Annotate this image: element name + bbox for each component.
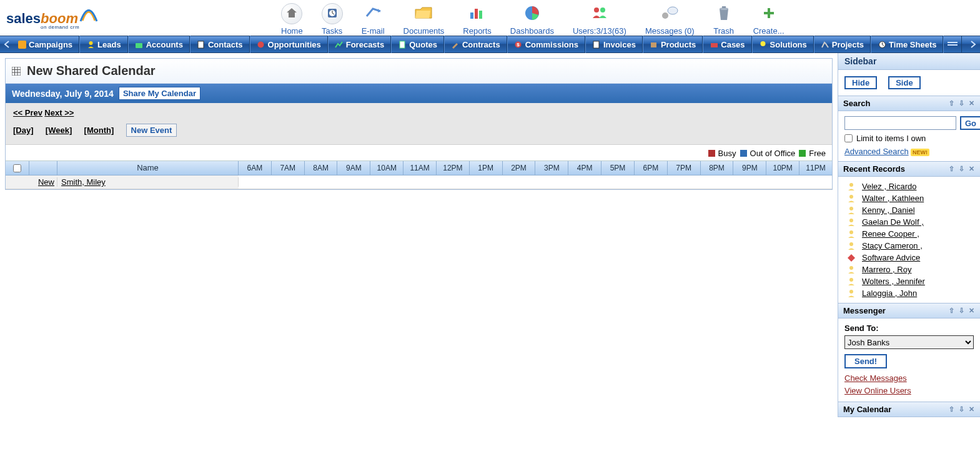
- nav-scroll-right[interactable]: [969, 38, 978, 51]
- hour-header-cell: 9AM: [337, 161, 370, 175]
- hour-header-cell: 11AM: [403, 161, 437, 175]
- svg-rect-4: [479, 11, 482, 19]
- go-button[interactable]: Go: [960, 116, 980, 130]
- nav-scroll-left[interactable]: [2, 38, 11, 51]
- messages-icon: [660, 6, 679, 22]
- nav-solutions[interactable]: Solutions: [752, 36, 814, 53]
- nav-campaigns[interactable]: Campaigns: [11, 36, 79, 53]
- recent-record-link[interactable]: Marrero , Roy: [862, 265, 911, 274]
- calendar-grid: Name 6AM7AM8AM9AM10AM11AM12PM1PM2PM3PM4P…: [6, 160, 832, 189]
- row-hours[interactable]: [239, 175, 832, 189]
- view-week[interactable]: [Week]: [46, 126, 72, 135]
- topnav-tasks[interactable]: Tasks: [322, 3, 343, 36]
- svg-point-41: [849, 278, 853, 282]
- nav-accounts[interactable]: Accounts: [128, 36, 190, 53]
- nav-invoices[interactable]: Invoices: [585, 36, 643, 53]
- recent-record-link[interactable]: Stacy Cameron ,: [862, 241, 923, 250]
- svg-rect-23: [651, 42, 656, 47]
- move-up-icon[interactable]: ⇧: [948, 406, 955, 413]
- advanced-search-link[interactable]: Advanced Search: [844, 147, 909, 156]
- nav-opportunities[interactable]: Opportunities: [250, 36, 328, 53]
- close-icon[interactable]: ✕: [968, 100, 975, 107]
- move-down-icon[interactable]: ⇩: [958, 100, 965, 107]
- new-event-button[interactable]: New Event: [126, 124, 177, 137]
- campaigns-icon: [17, 40, 26, 49]
- recent-record-link[interactable]: Wolters , Jennifer: [862, 277, 925, 286]
- quotes-icon: [398, 40, 407, 49]
- recent-record-link[interactable]: Kenny , Daniel: [862, 205, 915, 215]
- users-icon: [591, 6, 608, 22]
- row-action-cell: New: [29, 177, 57, 187]
- move-down-icon[interactable]: ⇩: [958, 406, 965, 413]
- new-row-link[interactable]: New: [38, 177, 54, 187]
- person-icon: [847, 242, 856, 250]
- search-section-header: Search ⇧⇩✕: [838, 96, 980, 111]
- calendar-toolbar: << Prev Next >> [Day] [Week] [Month] New…: [6, 103, 832, 145]
- svg-rect-11: [722, 6, 726, 8]
- limit-checkbox[interactable]: [844, 134, 853, 142]
- nav-quotes[interactable]: Quotes: [391, 36, 444, 53]
- select-all-checkbox[interactable]: [13, 164, 21, 172]
- recent-record-link[interactable]: Software Advice: [862, 253, 920, 262]
- person-icon: [847, 230, 856, 239]
- hour-header-cell: 4PM: [568, 161, 601, 175]
- nav-timesheets[interactable]: Time Sheets: [871, 36, 943, 53]
- nav-contracts[interactable]: Contracts: [444, 36, 507, 53]
- prev-link[interactable]: << Prev: [13, 108, 42, 117]
- logo[interactable]: salesboom on demand crm: [6, 3, 119, 30]
- recent-record-item: Laloggia , John: [841, 287, 978, 299]
- main-navbar: Campaigns Leads Accounts Contacts Opport…: [0, 36, 980, 53]
- topnav-home[interactable]: Home: [281, 3, 303, 36]
- view-month[interactable]: [Month]: [84, 126, 114, 135]
- hide-button[interactable]: Hide: [844, 76, 877, 89]
- nav-contacts[interactable]: Contacts: [190, 36, 250, 53]
- view-day[interactable]: [Day]: [13, 126, 34, 135]
- recent-record-item: Wolters , Jennifer: [841, 275, 978, 287]
- recent-record-link[interactable]: Gaelan De Wolf ,: [862, 217, 924, 227]
- topnav-dashboards[interactable]: Dashboards: [510, 3, 554, 36]
- next-link[interactable]: Next >>: [44, 108, 74, 117]
- topnav-messages[interactable]: Messages (0): [645, 3, 695, 36]
- nav-cases[interactable]: Cases: [703, 36, 751, 53]
- recent-record-link[interactable]: Walter , Kathleen: [862, 194, 924, 203]
- recent-record-link[interactable]: Laloggia , John: [862, 289, 917, 298]
- topnav-trash[interactable]: Trash: [713, 3, 735, 36]
- topnav-create[interactable]: Create...: [753, 3, 784, 36]
- legend-busy: Busy: [708, 149, 736, 158]
- search-input[interactable]: [844, 116, 956, 130]
- svg-text:$: $: [517, 42, 520, 47]
- send-to-select[interactable]: Josh Banks: [844, 335, 974, 349]
- view-online-users-link[interactable]: View Online Users: [844, 385, 974, 397]
- side-button[interactable]: Side: [888, 76, 920, 89]
- busy-swatch: [708, 150, 715, 157]
- close-icon[interactable]: ✕: [968, 165, 975, 173]
- nav-forecasts[interactable]: Forecasts: [328, 36, 391, 53]
- recent-record-link[interactable]: Velez , Ricardo: [862, 182, 916, 191]
- svg-point-18: [258, 41, 264, 47]
- nav-commissions[interactable]: $Commissions: [507, 36, 585, 53]
- move-up-icon[interactable]: ⇧: [948, 100, 955, 107]
- move-up-icon[interactable]: ⇧: [948, 307, 955, 315]
- header: salesboom on demand crm Home Tasks E-mai…: [0, 0, 980, 36]
- check-messages-link[interactable]: Check Messages: [844, 372, 974, 385]
- topnav-reports[interactable]: Reports: [463, 3, 492, 36]
- close-icon[interactable]: ✕: [968, 406, 975, 413]
- share-calendar-button[interactable]: Share My Calendar: [119, 87, 200, 100]
- hour-header-cell: 10AM: [370, 161, 403, 175]
- nav-products[interactable]: Products: [643, 36, 703, 53]
- move-down-icon[interactable]: ⇩: [958, 307, 965, 315]
- topnav-documents[interactable]: Documents: [403, 3, 445, 36]
- topnav-email[interactable]: E-mail: [362, 3, 385, 36]
- person-link[interactable]: Smith, Miley: [61, 177, 106, 187]
- view-switcher: [Day] [Week] [Month] New Event: [13, 124, 824, 137]
- topnav-users[interactable]: Users:3/13(63): [573, 3, 626, 36]
- send-button[interactable]: Send!: [844, 354, 887, 368]
- move-up-icon[interactable]: ⇧: [948, 165, 955, 173]
- close-icon[interactable]: ✕: [968, 307, 975, 315]
- nav-projects[interactable]: Projects: [814, 36, 871, 53]
- recent-record-link[interactable]: Renee Cooper ,: [862, 229, 919, 239]
- nav-leads[interactable]: Leads: [79, 36, 128, 53]
- nav-more[interactable]: [943, 36, 962, 53]
- invoices-icon: [592, 40, 601, 49]
- move-down-icon[interactable]: ⇩: [958, 165, 965, 173]
